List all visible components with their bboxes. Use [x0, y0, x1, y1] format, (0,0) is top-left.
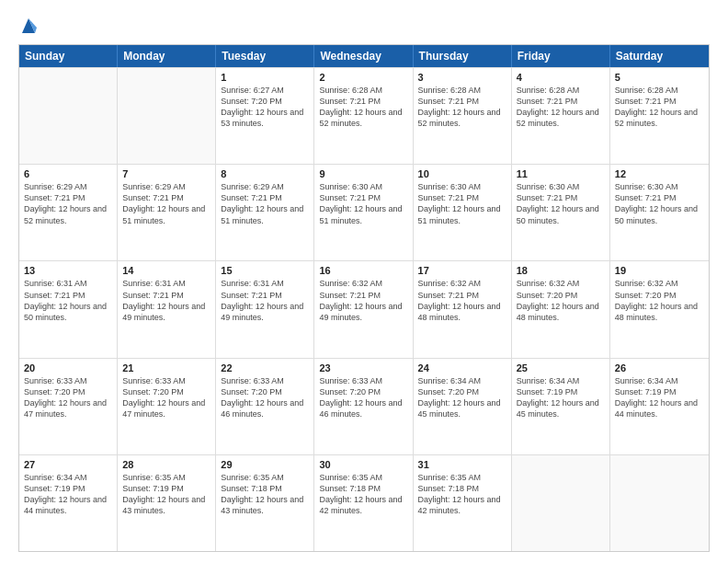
day-info: Sunrise: 6:28 AM Sunset: 7:21 PM Dayligh…: [615, 85, 704, 130]
day-info: Sunrise: 6:33 AM Sunset: 7:20 PM Dayligh…: [319, 375, 407, 420]
day-cell-11: 11Sunrise: 6:30 AM Sunset: 7:21 PM Dayli…: [512, 165, 610, 260]
calendar: SundayMondayTuesdayWednesdayThursdayFrid…: [18, 44, 710, 552]
day-info: Sunrise: 6:29 AM Sunset: 7:21 PM Dayligh…: [221, 181, 309, 226]
day-number: 21: [122, 362, 210, 373]
calendar-header-row: SundayMondayTuesdayWednesdayThursdayFrid…: [19, 45, 709, 67]
day-info: Sunrise: 6:30 AM Sunset: 7:21 PM Dayligh…: [517, 181, 605, 226]
day-cell-9: 9Sunrise: 6:30 AM Sunset: 7:21 PM Daylig…: [314, 165, 413, 260]
day-cell-31: 31Sunrise: 6:35 AM Sunset: 7:18 PM Dayli…: [414, 455, 512, 551]
day-info: Sunrise: 6:33 AM Sunset: 7:20 PM Dayligh…: [122, 375, 210, 420]
day-number: 1: [221, 72, 309, 83]
day-info: Sunrise: 6:35 AM Sunset: 7:18 PM Dayligh…: [418, 472, 506, 517]
day-cell-27: 27Sunrise: 6:34 AM Sunset: 7:19 PM Dayli…: [19, 455, 118, 551]
calendar-row-5: 27Sunrise: 6:34 AM Sunset: 7:19 PM Dayli…: [19, 454, 709, 551]
day-number: 15: [221, 265, 309, 276]
day-info: Sunrise: 6:33 AM Sunset: 7:20 PM Dayligh…: [221, 375, 309, 420]
day-info: Sunrise: 6:32 AM Sunset: 7:20 PM Dayligh…: [615, 278, 704, 323]
weekday-header-thursday: Thursday: [414, 45, 512, 67]
day-cell-6: 6Sunrise: 6:29 AM Sunset: 7:21 PM Daylig…: [19, 165, 118, 260]
day-info: Sunrise: 6:30 AM Sunset: 7:21 PM Dayligh…: [319, 181, 407, 226]
day-info: Sunrise: 6:34 AM Sunset: 7:19 PM Dayligh…: [24, 472, 112, 517]
header: [18, 15, 710, 35]
day-cell-13: 13Sunrise: 6:31 AM Sunset: 7:21 PM Dayli…: [19, 261, 118, 357]
day-info: Sunrise: 6:31 AM Sunset: 7:21 PM Dayligh…: [122, 278, 210, 323]
day-cell-17: 17Sunrise: 6:32 AM Sunset: 7:21 PM Dayli…: [414, 261, 512, 357]
day-number: 28: [122, 459, 210, 470]
empty-cell: [19, 68, 118, 164]
day-number: 12: [615, 168, 704, 179]
day-cell-14: 14Sunrise: 6:31 AM Sunset: 7:21 PM Dayli…: [118, 261, 216, 357]
day-cell-16: 16Sunrise: 6:32 AM Sunset: 7:21 PM Dayli…: [314, 261, 413, 357]
day-number: 22: [221, 362, 309, 373]
day-info: Sunrise: 6:28 AM Sunset: 7:21 PM Dayligh…: [517, 85, 605, 130]
logo-icon: [20, 15, 37, 35]
day-number: 20: [24, 362, 112, 373]
day-number: 5: [615, 72, 704, 83]
day-info: Sunrise: 6:35 AM Sunset: 7:18 PM Dayligh…: [319, 472, 407, 517]
day-cell-15: 15Sunrise: 6:31 AM Sunset: 7:21 PM Dayli…: [216, 261, 314, 357]
day-number: 18: [517, 265, 605, 276]
day-number: 23: [319, 362, 407, 373]
day-cell-4: 4Sunrise: 6:28 AM Sunset: 7:21 PM Daylig…: [512, 68, 610, 164]
day-cell-18: 18Sunrise: 6:32 AM Sunset: 7:20 PM Dayli…: [512, 261, 610, 357]
weekday-header-monday: Monday: [118, 45, 216, 67]
calendar-row-2: 6Sunrise: 6:29 AM Sunset: 7:21 PM Daylig…: [19, 164, 709, 260]
day-info: Sunrise: 6:29 AM Sunset: 7:21 PM Dayligh…: [24, 181, 112, 226]
day-number: 11: [517, 168, 605, 179]
day-number: 25: [517, 362, 605, 373]
day-number: 17: [418, 265, 506, 276]
day-cell-24: 24Sunrise: 6:34 AM Sunset: 7:20 PM Dayli…: [414, 359, 512, 454]
day-number: 2: [319, 72, 407, 83]
empty-cell: [118, 68, 216, 164]
day-info: Sunrise: 6:35 AM Sunset: 7:18 PM Dayligh…: [221, 472, 309, 517]
day-number: 16: [319, 265, 407, 276]
day-number: 6: [24, 168, 112, 179]
day-cell-23: 23Sunrise: 6:33 AM Sunset: 7:20 PM Dayli…: [314, 359, 413, 454]
day-info: Sunrise: 6:32 AM Sunset: 7:20 PM Dayligh…: [517, 278, 605, 323]
day-number: 13: [24, 265, 112, 276]
day-cell-12: 12Sunrise: 6:30 AM Sunset: 7:21 PM Dayli…: [610, 165, 709, 260]
calendar-body: 1Sunrise: 6:27 AM Sunset: 7:20 PM Daylig…: [19, 67, 709, 551]
day-cell-5: 5Sunrise: 6:28 AM Sunset: 7:21 PM Daylig…: [610, 68, 709, 164]
day-cell-2: 2Sunrise: 6:28 AM Sunset: 7:21 PM Daylig…: [314, 68, 413, 164]
page: SundayMondayTuesdayWednesdayThursdayFrid…: [0, 0, 728, 563]
day-number: 4: [517, 72, 605, 83]
day-cell-19: 19Sunrise: 6:32 AM Sunset: 7:20 PM Dayli…: [610, 261, 709, 357]
day-cell-22: 22Sunrise: 6:33 AM Sunset: 7:20 PM Dayli…: [216, 359, 314, 454]
day-info: Sunrise: 6:30 AM Sunset: 7:21 PM Dayligh…: [615, 181, 704, 226]
day-info: Sunrise: 6:31 AM Sunset: 7:21 PM Dayligh…: [221, 278, 309, 323]
day-number: 8: [221, 168, 309, 179]
day-cell-28: 28Sunrise: 6:35 AM Sunset: 7:19 PM Dayli…: [118, 455, 216, 551]
day-cell-1: 1Sunrise: 6:27 AM Sunset: 7:20 PM Daylig…: [216, 68, 314, 164]
day-info: Sunrise: 6:32 AM Sunset: 7:21 PM Dayligh…: [319, 278, 407, 323]
day-info: Sunrise: 6:32 AM Sunset: 7:21 PM Dayligh…: [418, 278, 506, 323]
day-number: 14: [122, 265, 210, 276]
calendar-row-1: 1Sunrise: 6:27 AM Sunset: 7:20 PM Daylig…: [19, 67, 709, 164]
day-number: 9: [319, 168, 407, 179]
empty-cell: [512, 455, 610, 551]
weekday-header-friday: Friday: [512, 45, 610, 67]
day-cell-29: 29Sunrise: 6:35 AM Sunset: 7:18 PM Dayli…: [216, 455, 314, 551]
day-number: 3: [418, 72, 506, 83]
weekday-header-saturday: Saturday: [610, 45, 709, 67]
empty-cell: [610, 455, 709, 551]
weekday-header-sunday: Sunday: [19, 45, 118, 67]
day-info: Sunrise: 6:34 AM Sunset: 7:19 PM Dayligh…: [517, 375, 605, 420]
day-cell-21: 21Sunrise: 6:33 AM Sunset: 7:20 PM Dayli…: [118, 359, 216, 454]
day-cell-3: 3Sunrise: 6:28 AM Sunset: 7:21 PM Daylig…: [414, 68, 512, 164]
day-info: Sunrise: 6:34 AM Sunset: 7:20 PM Dayligh…: [418, 375, 506, 420]
calendar-row-3: 13Sunrise: 6:31 AM Sunset: 7:21 PM Dayli…: [19, 260, 709, 357]
day-info: Sunrise: 6:30 AM Sunset: 7:21 PM Dayligh…: [418, 181, 506, 226]
day-info: Sunrise: 6:35 AM Sunset: 7:19 PM Dayligh…: [122, 472, 210, 517]
day-number: 30: [319, 459, 407, 470]
day-number: 7: [122, 168, 210, 179]
day-number: 29: [221, 459, 309, 470]
day-cell-7: 7Sunrise: 6:29 AM Sunset: 7:21 PM Daylig…: [118, 165, 216, 260]
day-cell-30: 30Sunrise: 6:35 AM Sunset: 7:18 PM Dayli…: [314, 455, 413, 551]
day-number: 27: [24, 459, 112, 470]
day-info: Sunrise: 6:27 AM Sunset: 7:20 PM Dayligh…: [221, 85, 309, 130]
day-info: Sunrise: 6:28 AM Sunset: 7:21 PM Dayligh…: [319, 85, 407, 130]
day-number: 19: [615, 265, 704, 276]
day-info: Sunrise: 6:29 AM Sunset: 7:21 PM Dayligh…: [122, 181, 210, 226]
day-cell-8: 8Sunrise: 6:29 AM Sunset: 7:21 PM Daylig…: [216, 165, 314, 260]
